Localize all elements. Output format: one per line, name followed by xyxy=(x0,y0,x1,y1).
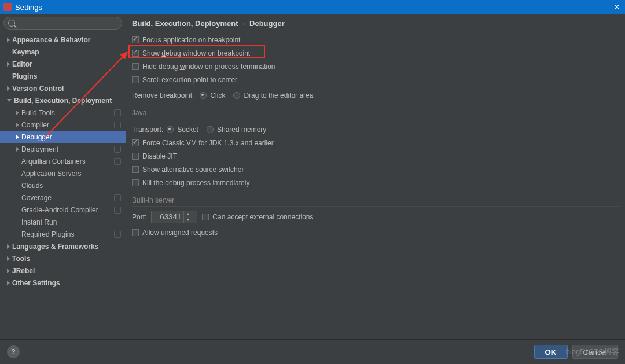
can-accept-label: Can accept external connections xyxy=(212,213,313,221)
tree-item-label: Keymap xyxy=(12,48,121,56)
tree-item-label: Build, Execution, Deployment xyxy=(14,97,121,105)
project-scope-icon xyxy=(114,158,121,165)
tree-arrow-icon xyxy=(7,269,10,273)
sidebar: Appearance & BehaviorKeymapEditorPlugins… xyxy=(0,14,126,339)
tree-item[interactable]: Debugger xyxy=(0,131,126,143)
tree-item-label: Build Tools xyxy=(21,109,112,117)
tree-item[interactable]: Build Tools xyxy=(0,106,126,119)
hide-debug-checkbox[interactable] xyxy=(132,63,139,70)
tree-item[interactable]: Other Settings xyxy=(0,277,126,289)
tree-item[interactable]: Editor xyxy=(0,58,126,70)
project-scope-icon xyxy=(114,109,121,116)
settings-tree: Appearance & BehaviorKeymapEditorPlugins… xyxy=(0,32,126,339)
breadcrumb-root: Build, Execution, Deployment xyxy=(132,19,238,28)
project-scope-icon xyxy=(114,122,121,128)
alt-switcher-label: Show alternative source switcher xyxy=(142,166,244,174)
tree-item[interactable]: Tools xyxy=(0,252,126,264)
search-input[interactable] xyxy=(3,17,122,30)
tree-item-label: Coverage xyxy=(21,194,112,202)
tree-item[interactable]: Languages & Frameworks xyxy=(0,240,126,252)
tree-item[interactable]: Keymap xyxy=(0,46,126,58)
spinner-up-icon[interactable]: ▲ xyxy=(184,211,192,217)
tree-item[interactable]: Coverage xyxy=(0,192,126,204)
allow-unsigned-checkbox[interactable] xyxy=(132,229,139,236)
tree-item-label: Editor xyxy=(12,60,121,68)
tree-item[interactable]: Instant Run xyxy=(0,216,126,228)
tree-item-label: Application Servers xyxy=(21,170,121,178)
tree-item-label: Instant Run xyxy=(21,218,121,226)
spinner-down-icon[interactable]: ▼ xyxy=(184,217,192,223)
port-label: Port: xyxy=(132,213,146,221)
tree-item[interactable]: Clouds xyxy=(0,179,126,192)
force-classic-checkbox[interactable] xyxy=(132,139,139,146)
window-title: Settings xyxy=(15,3,612,12)
tree-arrow-icon xyxy=(16,135,19,139)
tree-item-label: JRebel xyxy=(12,267,121,275)
tree-item[interactable]: Arquillian Containers xyxy=(0,155,126,167)
scroll-center-checkbox[interactable] xyxy=(132,76,139,83)
hide-debug-label: Hide debug window on process termination xyxy=(142,62,275,71)
ok-button[interactable]: OK xyxy=(534,345,568,359)
scroll-center-label: Scroll execution point to center xyxy=(142,76,237,84)
remove-bp-drag-label: Drag to the editor area xyxy=(244,91,313,100)
content-panel: Build, Execution, Deployment › Debugger … xyxy=(126,14,625,339)
tree-item-label: Gradle-Android Compiler xyxy=(21,206,112,214)
tree-item[interactable]: Application Servers xyxy=(0,167,126,179)
cancel-button[interactable]: Cancel xyxy=(572,345,619,359)
transport-shared-radio[interactable] xyxy=(207,126,214,133)
tree-item[interactable]: Deployment xyxy=(0,143,126,155)
tree-arrow-icon xyxy=(7,62,10,67)
focus-app-label: Focus application on breakpoint xyxy=(142,36,240,44)
transport-socket-radio[interactable] xyxy=(167,126,174,133)
tree-item[interactable]: Build, Execution, Deployment xyxy=(0,94,126,106)
can-accept-checkbox[interactable] xyxy=(202,214,209,220)
project-scope-icon xyxy=(114,231,121,238)
remove-bp-click-radio[interactable] xyxy=(200,92,207,99)
tree-item-label: Version Control xyxy=(12,84,121,93)
tree-item[interactable]: Plugins xyxy=(0,70,126,82)
tree-arrow-icon xyxy=(7,281,10,285)
project-scope-icon xyxy=(114,194,121,201)
tree-arrow-icon xyxy=(16,123,19,127)
breadcrumb-leaf: Debugger xyxy=(249,19,285,28)
disable-jit-checkbox[interactable] xyxy=(132,153,139,160)
tree-item-label: Compiler xyxy=(21,121,112,129)
tree-item-label: Arquillian Containers xyxy=(21,157,112,166)
tree-item[interactable]: Version Control xyxy=(0,82,126,94)
remove-bp-click-label: Click xyxy=(210,91,225,100)
builtin-section-label: Built-in server xyxy=(132,196,619,207)
tree-item-label: Other Settings xyxy=(12,279,121,287)
port-spinner[interactable]: ▲▼ xyxy=(151,211,197,223)
tree-item-label: Plugins xyxy=(12,72,121,80)
help-button[interactable]: ? xyxy=(7,345,20,358)
tree-item[interactable]: Appearance & Behavior xyxy=(0,34,126,46)
tree-item[interactable]: Required Plugins xyxy=(0,228,126,240)
show-debug-label: Show debug window on breakpoint xyxy=(142,49,250,57)
tree-arrow-icon xyxy=(16,147,19,152)
tree-arrow-icon xyxy=(7,256,10,261)
search-icon xyxy=(8,20,15,27)
force-classic-label: Force Classic VM for JDK 1.3.x and earli… xyxy=(142,139,274,147)
alt-switcher-checkbox[interactable] xyxy=(132,166,139,173)
dialog-footer: ? OK Cancel xyxy=(0,339,625,364)
tree-item[interactable]: JRebel xyxy=(0,264,126,277)
transport-label: Transport: xyxy=(132,126,163,134)
kill-immediately-label: Kill the debug process immediately xyxy=(142,179,249,187)
tree-item-label: Debugger xyxy=(21,133,121,141)
focus-app-checkbox[interactable] xyxy=(132,36,139,43)
close-icon[interactable]: ✕ xyxy=(612,3,622,11)
show-debug-checkbox[interactable] xyxy=(132,50,139,57)
titlebar: Settings ✕ xyxy=(0,0,625,14)
tree-item[interactable]: Compiler xyxy=(0,119,126,131)
project-scope-icon xyxy=(114,207,121,214)
tree-item-label: Clouds xyxy=(21,182,121,190)
kill-immediately-checkbox[interactable] xyxy=(132,179,139,186)
port-input[interactable] xyxy=(152,212,183,221)
project-scope-icon xyxy=(114,146,121,153)
tree-item[interactable]: Gradle-Android Compiler xyxy=(0,204,126,216)
remove-bp-drag-radio[interactable] xyxy=(233,92,240,99)
remove-bp-label: Remove breakpoint: xyxy=(132,91,194,100)
tree-item-label: Deployment xyxy=(21,145,112,153)
tree-arrow-icon xyxy=(16,111,19,115)
tree-item-label: Required Plugins xyxy=(21,230,112,238)
